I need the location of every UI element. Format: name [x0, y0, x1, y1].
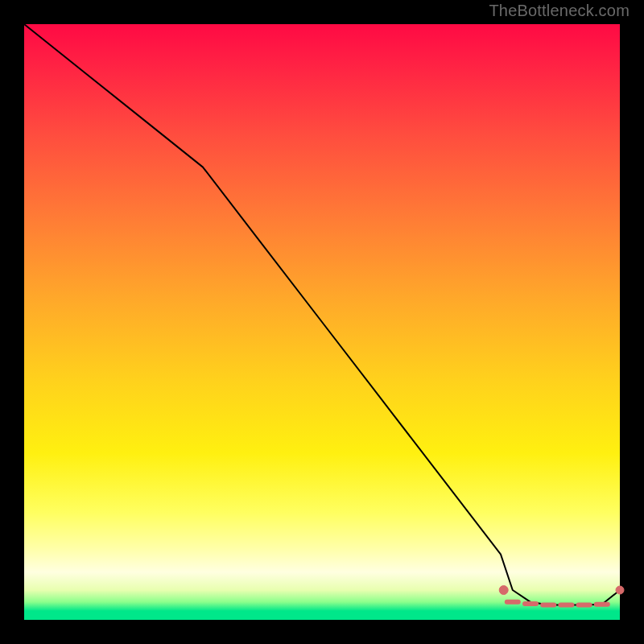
- marker-group: [499, 586, 624, 605]
- chart-overlay: [24, 24, 620, 620]
- marker-start-dot: [499, 586, 508, 595]
- marker-end-dot: [616, 586, 624, 594]
- watermark-text: TheBottleneck.com: [489, 2, 630, 20]
- chart-stage: TheBottleneck.com: [0, 0, 644, 644]
- bottleneck-curve: [24, 24, 620, 605]
